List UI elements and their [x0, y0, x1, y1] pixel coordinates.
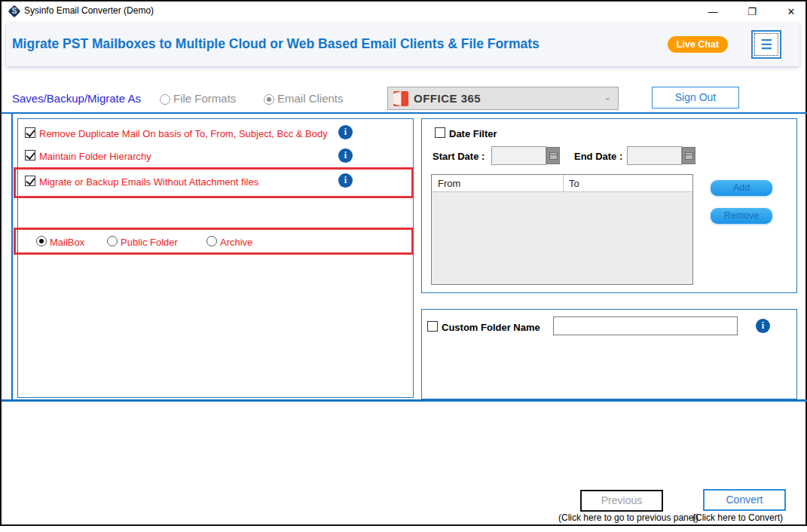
window-frame: S Sysinfo Email Converter (Demo) — ❐ ✕ M… [0, 0, 807, 526]
email-clients-radio-icon [264, 94, 274, 105]
previous-caption: (Click here to go to previous panel) [558, 512, 698, 523]
info-icon[interactable]: i [338, 173, 353, 188]
end-date-input[interactable] [627, 146, 682, 165]
start-date-label: Start Date : [433, 151, 485, 162]
start-date-calendar-button[interactable] [546, 147, 560, 164]
start-date-input[interactable] [491, 146, 546, 165]
close-icon[interactable]: ✕ [783, 6, 799, 17]
office365-logo-icon [393, 91, 408, 106]
table-header: From To [432, 175, 692, 192]
live-chat-button[interactable]: Live Chat [668, 36, 728, 53]
public-folder-radio-icon [107, 236, 118, 246]
app-window: S Sysinfo Email Converter (Demo) — ❐ ✕ M… [0, 0, 807, 532]
section-left-border [11, 114, 13, 400]
from-to-table: From To [431, 174, 693, 285]
sign-out-button[interactable]: Sign Out [652, 87, 739, 109]
file-formats-radio-icon [160, 94, 170, 105]
end-date-label: End Date : [574, 151, 622, 162]
column-header-from: From [438, 178, 460, 189]
column-header-to: To [569, 178, 579, 189]
window-title: Sysinfo Email Converter (Demo) [24, 5, 154, 16]
end-date-calendar-button[interactable] [682, 147, 695, 164]
target-client-dropdown[interactable]: OFFICE 365 ⌄ [387, 87, 619, 110]
previous-button[interactable]: Previous [580, 490, 663, 512]
maximize-icon[interactable]: ❐ [744, 6, 760, 17]
checkbox-icon [25, 150, 35, 161]
checkbox-icon [25, 176, 35, 186]
mailbox-radio-icon [36, 236, 47, 246]
chevron-down-icon: ⌄ [604, 87, 612, 109]
custom-folder-input[interactable] [553, 316, 738, 335]
migrate-as-label: Saves/Backup/Migrate As [12, 92, 141, 105]
checkbox-icon [435, 127, 445, 138]
calendar-icon [685, 152, 693, 160]
title-bar: S Sysinfo Email Converter (Demo) — ❐ ✕ [2, 2, 805, 21]
calendar-icon [549, 152, 558, 160]
app-logo-icon: S [8, 5, 20, 17]
checkbox-icon [25, 127, 35, 138]
section-bottom-border [2, 399, 807, 402]
page-title: Migrate PST Mailboxes to Multiple Cloud … [12, 22, 540, 66]
info-icon[interactable]: i [338, 148, 353, 163]
add-button[interactable]: Add [711, 180, 772, 196]
info-icon[interactable]: i [756, 319, 770, 333]
convert-caption: (Click here to Convert) [692, 512, 783, 523]
info-icon[interactable]: i [338, 125, 353, 139]
checkbox-icon [427, 321, 438, 332]
menu-button[interactable]: ☰ [751, 30, 781, 59]
section-divider [2, 112, 807, 114]
archive-radio-icon [206, 236, 217, 246]
minimize-icon[interactable]: — [705, 6, 721, 17]
dropdown-selected-value: OFFICE 365 [414, 87, 481, 109]
convert-button[interactable]: Convert [703, 489, 786, 511]
hamburger-icon: ☰ [753, 32, 780, 57]
remove-button[interactable]: Remove [711, 208, 772, 224]
header-banner: Migrate PST Mailboxes to Multiple Cloud … [6, 22, 799, 66]
